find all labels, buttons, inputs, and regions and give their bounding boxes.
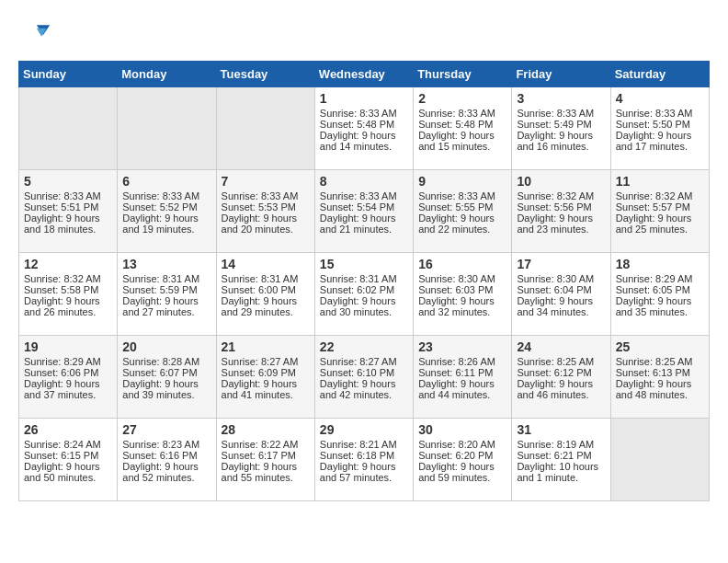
day-number: 14 [222, 257, 310, 271]
day-number: 25 [616, 339, 704, 354]
sunrise-text: Sunrise: 8:33 AM [122, 190, 210, 201]
calendar-cell: 6Sunrise: 8:33 AMSunset: 5:52 PMDaylight… [118, 170, 216, 253]
calendar-cell [610, 419, 709, 501]
sunrise-text: Sunrise: 8:32 AM [24, 273, 112, 284]
calendar-cell: 15Sunrise: 8:31 AMSunset: 6:02 PMDayligh… [314, 253, 413, 336]
daylight-text: Daylight: 9 hours and 16 minutes. [517, 130, 605, 152]
day-number: 13 [122, 257, 210, 271]
column-header-sunday: Sunday [19, 62, 118, 87]
calendar-cell: 17Sunrise: 8:30 AMSunset: 6:04 PMDayligh… [512, 253, 610, 336]
sunset-text: Sunset: 5:58 PM [24, 284, 112, 295]
daylight-text: Daylight: 9 hours and 55 minutes. [222, 461, 310, 483]
daylight-text: Daylight: 9 hours and 22 minutes. [418, 213, 506, 235]
sunset-text: Sunset: 5:51 PM [24, 201, 112, 213]
sunrise-text: Sunrise: 8:27 AM [320, 356, 408, 367]
calendar-cell: 31Sunrise: 8:19 AMSunset: 6:21 PMDayligh… [512, 419, 610, 501]
logo [18, 18, 55, 52]
day-number: 5 [24, 174, 112, 189]
sunset-text: Sunset: 6:20 PM [418, 450, 506, 461]
sunrise-text: Sunrise: 8:33 AM [418, 108, 506, 119]
page-header [18, 18, 710, 52]
day-number: 20 [122, 339, 210, 354]
calendar-cell: 13Sunrise: 8:31 AMSunset: 5:59 PMDayligh… [118, 253, 216, 336]
daylight-text: Daylight: 9 hours and 46 minutes. [517, 378, 605, 400]
sunrise-text: Sunrise: 8:30 AM [418, 273, 506, 284]
sunset-text: Sunset: 6:18 PM [320, 450, 408, 461]
sunset-text: Sunset: 5:57 PM [616, 201, 704, 213]
logo-icon [18, 18, 51, 52]
calendar-cell: 14Sunrise: 8:31 AMSunset: 6:00 PMDayligh… [216, 253, 314, 336]
sunrise-text: Sunrise: 8:32 AM [517, 190, 605, 201]
daylight-text: Daylight: 9 hours and 17 minutes. [616, 130, 704, 152]
sunrise-text: Sunrise: 8:33 AM [517, 108, 605, 119]
sunset-text: Sunset: 5:53 PM [222, 201, 310, 213]
calendar-cell: 5Sunrise: 8:33 AMSunset: 5:51 PMDaylight… [19, 170, 118, 253]
sunrise-text: Sunrise: 8:31 AM [122, 273, 210, 284]
sunrise-text: Sunrise: 8:29 AM [616, 273, 704, 284]
sunrise-text: Sunrise: 8:33 AM [24, 190, 112, 201]
day-number: 9 [418, 174, 506, 189]
header-row: SundayMondayTuesdayWednesdayThursdayFrid… [19, 62, 710, 87]
daylight-text: Daylight: 9 hours and 25 minutes. [616, 213, 704, 235]
sunset-text: Sunset: 6:17 PM [222, 450, 310, 461]
sunrise-text: Sunrise: 8:19 AM [517, 439, 605, 450]
daylight-text: Daylight: 9 hours and 50 minutes. [24, 461, 112, 483]
week-row-4: 19Sunrise: 8:29 AMSunset: 6:06 PMDayligh… [19, 336, 710, 419]
daylight-text: Daylight: 9 hours and 39 minutes. [122, 378, 210, 400]
day-number: 12 [24, 257, 112, 271]
calendar-body: 1Sunrise: 8:33 AMSunset: 5:48 PMDaylight… [19, 87, 710, 501]
day-number: 26 [24, 422, 112, 437]
daylight-text: Daylight: 10 hours and 1 minute. [517, 461, 605, 483]
sunset-text: Sunset: 5:48 PM [418, 119, 506, 130]
week-row-5: 26Sunrise: 8:24 AMSunset: 6:15 PMDayligh… [19, 419, 710, 501]
sunset-text: Sunset: 6:16 PM [122, 450, 210, 461]
day-number: 27 [122, 422, 210, 437]
calendar-cell: 24Sunrise: 8:25 AMSunset: 6:12 PMDayligh… [512, 336, 610, 419]
daylight-text: Daylight: 9 hours and 26 minutes. [24, 295, 112, 317]
sunrise-text: Sunrise: 8:31 AM [320, 273, 408, 284]
calendar-cell: 10Sunrise: 8:32 AMSunset: 5:56 PMDayligh… [512, 170, 610, 253]
sunrise-text: Sunrise: 8:29 AM [24, 356, 112, 367]
calendar-cell: 16Sunrise: 8:30 AMSunset: 6:03 PMDayligh… [414, 253, 512, 336]
day-number: 29 [320, 422, 408, 437]
sunset-text: Sunset: 5:56 PM [517, 201, 605, 213]
daylight-text: Daylight: 9 hours and 48 minutes. [616, 378, 704, 400]
column-header-monday: Monday [118, 62, 216, 87]
calendar-cell: 30Sunrise: 8:20 AMSunset: 6:20 PMDayligh… [414, 419, 512, 501]
sunset-text: Sunset: 6:07 PM [122, 367, 210, 378]
calendar-cell: 20Sunrise: 8:28 AMSunset: 6:07 PMDayligh… [118, 336, 216, 419]
sunset-text: Sunset: 5:59 PM [122, 284, 210, 295]
svg-marker-1 [37, 29, 47, 37]
sunrise-text: Sunrise: 8:31 AM [222, 273, 310, 284]
daylight-text: Daylight: 9 hours and 41 minutes. [222, 378, 310, 400]
sunset-text: Sunset: 5:48 PM [320, 119, 408, 130]
sunset-text: Sunset: 6:15 PM [24, 450, 112, 461]
daylight-text: Daylight: 9 hours and 34 minutes. [517, 295, 605, 317]
daylight-text: Daylight: 9 hours and 57 minutes. [320, 461, 408, 483]
sunset-text: Sunset: 6:04 PM [517, 284, 605, 295]
sunrise-text: Sunrise: 8:33 AM [320, 108, 408, 119]
calendar-cell [118, 87, 216, 170]
sunrise-text: Sunrise: 8:27 AM [222, 356, 310, 367]
week-row-1: 1Sunrise: 8:33 AMSunset: 5:48 PMDaylight… [19, 87, 710, 170]
daylight-text: Daylight: 9 hours and 29 minutes. [222, 295, 310, 317]
day-number: 21 [222, 339, 310, 354]
sunset-text: Sunset: 6:02 PM [320, 284, 408, 295]
day-number: 22 [320, 339, 408, 354]
sunrise-text: Sunrise: 8:22 AM [222, 439, 310, 450]
day-number: 10 [517, 174, 605, 189]
calendar-header: SundayMondayTuesdayWednesdayThursdayFrid… [19, 62, 710, 87]
day-number: 3 [517, 91, 605, 106]
day-number: 7 [222, 174, 310, 189]
sunrise-text: Sunrise: 8:21 AM [320, 439, 408, 450]
daylight-text: Daylight: 9 hours and 30 minutes. [320, 295, 408, 317]
calendar-cell: 21Sunrise: 8:27 AMSunset: 6:09 PMDayligh… [216, 336, 314, 419]
day-number: 6 [122, 174, 210, 189]
sunset-text: Sunset: 6:00 PM [222, 284, 310, 295]
sunset-text: Sunset: 5:49 PM [517, 119, 605, 130]
daylight-text: Daylight: 9 hours and 52 minutes. [122, 461, 210, 483]
daylight-text: Daylight: 9 hours and 37 minutes. [24, 378, 112, 400]
day-number: 30 [418, 422, 506, 437]
sunset-text: Sunset: 6:05 PM [616, 284, 704, 295]
daylight-text: Daylight: 9 hours and 19 minutes. [122, 213, 210, 235]
